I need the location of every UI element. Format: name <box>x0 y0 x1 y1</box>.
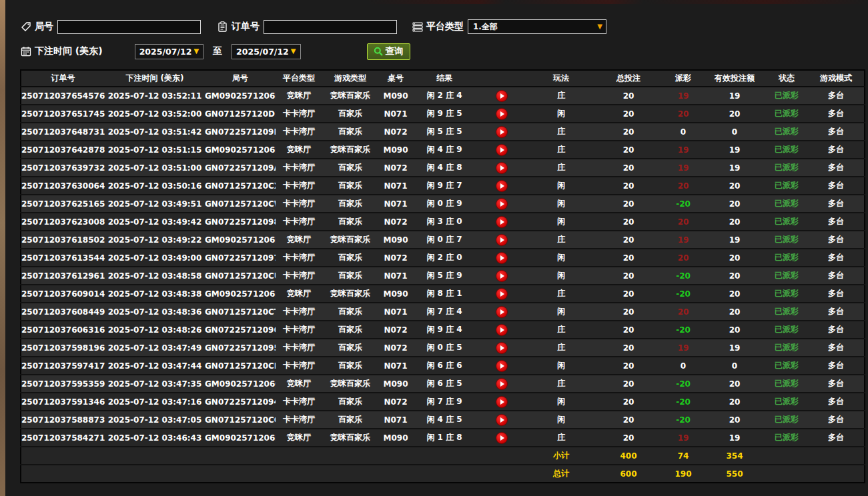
game-type-cell: 百家乐 <box>322 321 378 339</box>
round-number-cell: GN071257120CQ <box>205 411 276 429</box>
order-number-cell: 250712037613544 <box>21 249 105 267</box>
play-icon[interactable] <box>496 289 507 299</box>
bet-time-cell: 2025-07-12 03:47:35 <box>105 375 205 393</box>
replay-cell <box>476 393 528 411</box>
round-number-cell: GN071257120D1 <box>205 105 276 123</box>
play-type-cell: 庄 <box>528 231 594 249</box>
total-bet-cell: 20 <box>594 87 663 105</box>
grand-total-total-bet: 600 <box>594 465 663 483</box>
game-mode-cell: 多台 <box>808 177 865 195</box>
play-type-cell: 闲 <box>528 249 594 267</box>
play-icon[interactable] <box>496 163 507 173</box>
valid-bet-cell: 20 <box>704 267 765 285</box>
play-icon[interactable] <box>496 433 507 443</box>
play-icon[interactable] <box>496 91 507 101</box>
tag-icon <box>20 21 31 33</box>
bet-time-label: 下注时间 (美东) <box>35 45 103 57</box>
order-number-cell: 250712037642878 <box>21 141 105 159</box>
header-bet-time: 下注时间 (美东) <box>105 70 205 87</box>
platform-select[interactable]: 1.全部 ▼ <box>468 19 606 34</box>
payout-cell: -20 <box>663 411 704 429</box>
total-bet-cell: 20 <box>594 249 663 267</box>
play-icon[interactable] <box>496 361 507 371</box>
replay-cell <box>476 141 528 159</box>
order-number-cell: 250712037584271 <box>21 429 105 447</box>
bet-time-cell: 2025-07-12 03:49:51 <box>105 195 205 213</box>
play-icon[interactable] <box>496 181 507 191</box>
replay-cell <box>476 123 528 141</box>
round-input[interactable] <box>57 20 201 34</box>
round-number-cell: GM0902571206F <box>205 429 276 447</box>
play-icon[interactable] <box>496 379 507 389</box>
game-mode-cell: 多台 <box>808 105 865 123</box>
status-cell: 已派彩 <box>765 375 808 393</box>
play-type-cell: 闲 <box>528 213 594 231</box>
valid-bet-cell: 19 <box>704 141 765 159</box>
grand-total-empty-mode <box>808 465 865 483</box>
status-cell: 已派彩 <box>765 303 808 321</box>
table-row: 250712037623008 2025-07-12 03:49:42 GN07… <box>21 213 865 231</box>
header-total-bet: 总投注 <box>594 70 663 87</box>
status-cell: 已派彩 <box>765 393 808 411</box>
replay-cell <box>476 285 528 303</box>
play-icon[interactable] <box>496 217 507 227</box>
game-type-cell: 百家乐 <box>322 177 378 195</box>
bet-records-app: 局号 订单号 平台类型 1.全部 <box>0 0 868 496</box>
query-button[interactable]: 查询 <box>367 43 410 60</box>
game-type-cell: 百家乐 <box>322 123 378 141</box>
status-cell: 已派彩 <box>765 105 808 123</box>
replay-cell <box>476 375 528 393</box>
payout-cell: -20 <box>663 375 704 393</box>
game-type-cell: 竞咪百家乐 <box>322 375 378 393</box>
game-mode-cell: 多台 <box>808 321 865 339</box>
platform-type-cell: 卡卡湾厅 <box>276 195 322 213</box>
bet-time-cell: 2025-07-12 03:50:16 <box>105 177 205 195</box>
play-icon[interactable] <box>496 415 507 425</box>
result-cell: 闲 4 庄 8 <box>413 159 476 177</box>
table-number-cell: M090 <box>378 141 413 159</box>
table-row: 250712037609014 2025-07-12 03:48:38 GM09… <box>21 285 865 303</box>
date-to-picker[interactable]: 2025/07/12 ▼ <box>232 44 300 59</box>
header-game-mode: 游戏模式 <box>808 70 865 87</box>
game-mode-cell: 多台 <box>808 429 865 447</box>
chevron-down-icon: ▼ <box>291 48 296 55</box>
play-icon[interactable] <box>496 397 507 407</box>
table-row: 250712037612961 2025-07-12 03:48:58 GN07… <box>21 267 865 285</box>
total-bet-cell: 20 <box>594 267 663 285</box>
table-row: 250712037591346 2025-07-12 03:47:16 GN07… <box>21 393 865 411</box>
play-icon[interactable] <box>496 307 507 317</box>
game-mode-cell: 多台 <box>808 357 865 375</box>
play-icon[interactable] <box>496 145 507 155</box>
play-icon[interactable] <box>496 325 507 335</box>
game-mode-cell: 多台 <box>808 213 865 231</box>
table-number-cell: N072 <box>378 123 413 141</box>
status-cell: 已派彩 <box>765 141 808 159</box>
valid-bet-cell: 20 <box>704 213 765 231</box>
platform-select-value: 1.全部 <box>473 21 498 33</box>
date-from-picker[interactable]: 2025/07/12 ▼ <box>135 44 203 59</box>
payout-cell: 19 <box>663 159 704 177</box>
play-icon[interactable] <box>496 127 507 137</box>
play-icon[interactable] <box>496 343 507 353</box>
order-number-cell: 250712037654576 <box>21 87 105 105</box>
round-number-cell: GN07225712095 <box>205 339 276 357</box>
order-input[interactable] <box>264 20 397 34</box>
result-cell: 闲 7 庄 9 <box>413 393 476 411</box>
payout-cell: 0 <box>663 123 704 141</box>
total-bet-cell: 20 <box>594 321 663 339</box>
play-icon[interactable] <box>496 199 507 209</box>
play-icon[interactable] <box>496 253 507 263</box>
game-mode-cell: 多台 <box>808 87 865 105</box>
bet-time-cell: 2025-07-12 03:49:00 <box>105 249 205 267</box>
play-icon[interactable] <box>496 109 507 119</box>
result-cell: 闲 8 庄 1 <box>413 285 476 303</box>
play-icon[interactable] <box>496 271 507 281</box>
platform-type-cell: 卡卡湾厅 <box>276 123 322 141</box>
game-type-cell: 竞咪百家乐 <box>322 231 378 249</box>
platform-type-cell: 卡卡湾厅 <box>276 393 322 411</box>
result-cell: 闲 9 庄 5 <box>413 105 476 123</box>
bet-time-cell: 2025-07-12 03:48:36 <box>105 303 205 321</box>
play-icon[interactable] <box>496 235 507 245</box>
play-type-cell: 闲 <box>528 195 594 213</box>
game-type-cell: 竞咪百家乐 <box>322 87 378 105</box>
